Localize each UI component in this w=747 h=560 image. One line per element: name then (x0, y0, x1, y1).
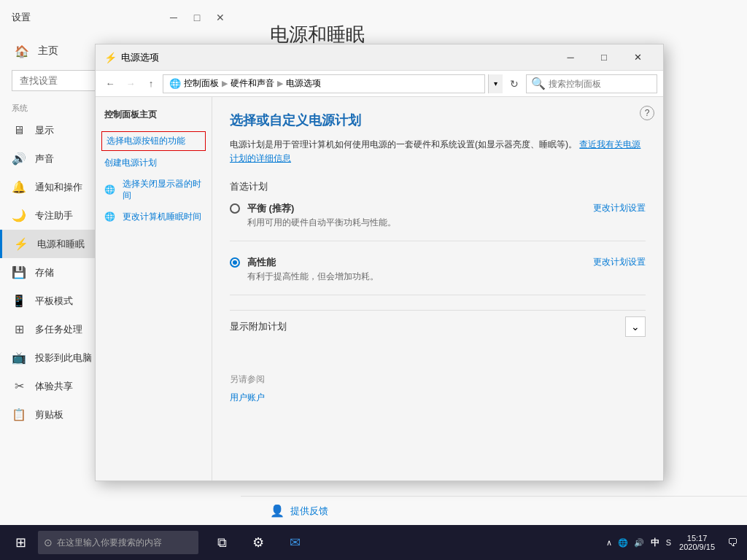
path-part-3: 电源选项 (286, 77, 321, 90)
settings-minimize-button[interactable]: ─ (165, 9, 182, 26)
taskbar-mail-button[interactable]: ✉ (277, 525, 312, 560)
tray-ime-lang[interactable]: 中 (648, 537, 662, 549)
power-sidebar-item-powerbtn[interactable]: 选择电源按钮的功能 (101, 131, 206, 151)
settings-home-label[interactable]: 主页 (38, 44, 58, 58)
start-button[interactable]: ⊞ (3, 525, 38, 560)
power-titlebar: ⚡ 电源选项 ─ □ ✕ (96, 44, 663, 71)
power-help-button[interactable]: ? (640, 106, 654, 120)
clock-time: 15:17 (687, 534, 708, 542)
expand-plans-section: 显示附加计划 ⌄ (230, 310, 646, 343)
feedback-bar: 👤 提供反馈 (241, 496, 747, 525)
taskview-icon: ⧉ (217, 535, 227, 551)
balanced-plan-settings-link[interactable]: 更改计划设置 (593, 202, 646, 214)
high-radio-area[interactable] (230, 257, 240, 268)
power-dialog-title: 电源选项 (121, 51, 554, 64)
balanced-radio[interactable] (230, 203, 240, 214)
power-sidebar-title: 控制面板主页 (96, 109, 212, 130)
settings-item-label: 电源和睡眠 (37, 238, 85, 251)
back-button[interactable]: ← (101, 75, 119, 93)
storage-icon: 💾 (12, 265, 26, 279)
home-icon[interactable]: 🏠 (12, 41, 32, 61)
balanced-plan-name: 平衡 (推荐) (247, 202, 593, 215)
path-sep-2: ▶ (277, 79, 283, 88)
power-minimize-button[interactable]: ─ (554, 47, 587, 68)
path-part-2: 硬件和声音 (231, 77, 274, 90)
path-part-1: 控制面板 (184, 77, 219, 90)
tray-chevron[interactable]: ∧ (604, 538, 614, 548)
settings-item-label: 多任务处理 (35, 323, 82, 336)
also-see-title: 另请参阅 (230, 373, 646, 386)
preferred-plan-label: 首选计划 (230, 180, 646, 193)
expand-plans-button[interactable]: ⌄ (625, 316, 646, 337)
multitask-icon: ⊞ (12, 322, 26, 336)
mail-icon: ✉ (290, 534, 301, 551)
power-sidebar: 控制面板主页 选择电源按钮的功能 创建电源计划 🌐 选择关闭显示器的时间 🌐 更… (96, 97, 212, 481)
settings-item-label: 声音 (35, 152, 54, 166)
feedback-link[interactable]: 提供反馈 (290, 505, 328, 518)
tray-ime-s[interactable]: S (664, 538, 673, 547)
settings-window-controls: ─ □ ✕ (165, 9, 229, 26)
notification-icon: 🗨 (727, 537, 738, 548)
settings-item-label: 存储 (35, 266, 54, 279)
settings-item-label: 投影到此电脑 (35, 351, 92, 365)
settings-icon: ⚙ (252, 534, 264, 551)
taskbar-search-area[interactable]: ⊙ (38, 531, 198, 554)
settings-maximize-button[interactable]: □ (188, 9, 206, 26)
power-window-controls: ─ □ ✕ (554, 47, 654, 68)
power-plan-balanced: 平衡 (推荐) 利用可用的硬件自动平衡功耗与性能。 更改计划设置 (230, 202, 646, 241)
power-content-title: 选择或自定义电源计划 (230, 112, 646, 129)
power-sidebar-item-sleeptime[interactable]: 🌐 更改计算机睡眠时间 (96, 206, 212, 228)
taskbar-clock[interactable]: 15:17 2020/9/15 (673, 525, 721, 560)
power-content-desc: 电源计划是用于管理计算机如何使用电源的一套硬件和系统设置(如显示器亮度、睡眠等)… (230, 138, 646, 166)
up-button[interactable]: ↑ (142, 75, 160, 93)
balanced-plan-info: 平衡 (推荐) 利用可用的硬件自动平衡功耗与性能。 (247, 202, 593, 229)
settings-window-title: 设置 (12, 11, 31, 24)
settings-item-label: 平板模式 (35, 295, 73, 308)
path-sep-1: ▶ (222, 79, 228, 88)
high-plan-settings-link[interactable]: 更改计划设置 (593, 256, 646, 268)
high-radio[interactable] (230, 257, 240, 268)
clipboard-icon: 📋 (12, 408, 26, 421)
settings-item-label: 体验共享 (35, 380, 73, 393)
sound-icon: 🔊 (12, 152, 26, 166)
settings-close-button[interactable]: ✕ (212, 9, 229, 26)
balanced-plan-desc: 利用可用的硬件自动平衡功耗与性能。 (247, 217, 593, 229)
sleeptime-label: 更改计算机睡眠时间 (123, 211, 201, 223)
power-sidebar-item-displaytime[interactable]: 🌐 选择关闭显示器的时间 (96, 174, 212, 207)
power-addressbar: ← → ↑ 🌐 控制面板 ▶ 硬件和声音 ▶ 电源选项 ▾ ↻ 🔍 (96, 71, 663, 97)
displaytime-icon: 🌐 (104, 184, 115, 196)
taskbar-taskview-button[interactable]: ⧉ (204, 525, 239, 560)
search-icon: 🔍 (531, 77, 546, 90)
share-icon: ✂ (12, 379, 26, 393)
forward-button[interactable]: → (122, 75, 139, 93)
address-path[interactable]: 🌐 控制面板 ▶ 硬件和声音 ▶ 电源选项 (163, 74, 485, 93)
power-dialog-body: 控制面板主页 选择电源按钮的功能 创建电源计划 🌐 选择关闭显示器的时间 🌐 更… (96, 97, 663, 481)
taskbar-settings-button[interactable]: ⚙ (241, 525, 276, 560)
power-sidebar-item-createplan[interactable]: 创建电源计划 (96, 152, 212, 174)
path-icon: 🌐 (169, 78, 181, 89)
power-close-button[interactable]: ✕ (621, 47, 654, 68)
display-icon: 🖥 (12, 124, 26, 137)
taskbar-search-input[interactable] (57, 537, 188, 548)
also-see-user-accounts[interactable]: 用户账户 (230, 392, 646, 404)
tray-network[interactable]: 🌐 (616, 538, 630, 548)
power-title-icon: ⚡ (104, 52, 117, 63)
refresh-button[interactable]: ↻ (506, 75, 523, 93)
power-maximize-button[interactable]: □ (587, 47, 621, 68)
controlpanel-search-input[interactable] (549, 79, 651, 89)
balanced-radio-area[interactable] (230, 203, 240, 214)
settings-item-label: 显示 (35, 124, 54, 137)
controlpanel-search: 🔍 (526, 74, 657, 93)
notify-icon: 🔔 (12, 180, 26, 194)
taskbar: ⊞ ⊙ ⧉ ⚙ ✉ ∧ 🌐 🔊 中 S 15:17 2020/9/15 🗨 (0, 525, 747, 560)
path-dropdown-button[interactable]: ▾ (488, 74, 503, 93)
expand-plans-label: 显示附加计划 (230, 320, 625, 333)
createplan-label: 创建电源计划 (104, 157, 157, 169)
settings-item-label: 通知和操作 (35, 181, 82, 194)
project-icon: 📺 (12, 351, 26, 365)
high-plan-info: 高性能 有利于提高性能，但会增加功耗。 (247, 256, 593, 283)
tray-volume[interactable]: 🔊 (632, 538, 646, 548)
start-icon: ⊞ (15, 534, 26, 551)
notification-button[interactable]: 🗨 (721, 525, 744, 560)
feedback-icon: 👤 (270, 504, 285, 518)
